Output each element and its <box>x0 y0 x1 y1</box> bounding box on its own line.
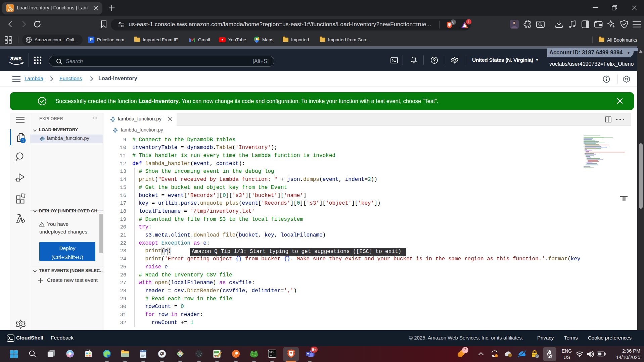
svg-text:T: T <box>307 352 309 356</box>
svg-text:1: 1 <box>22 139 24 143</box>
svg-text:aws: aws <box>10 55 21 62</box>
svg-text:C:\: C:\ <box>269 351 274 353</box>
svg-text:!: ! <box>510 354 511 357</box>
